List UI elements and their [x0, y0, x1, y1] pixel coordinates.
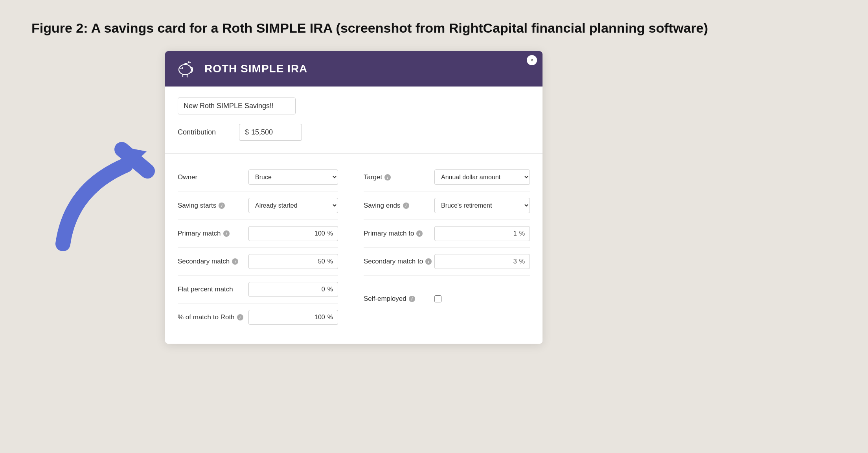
secondary-match-input-wrapper[interactable]: 50 %: [248, 254, 338, 269]
primary-match-input-wrapper[interactable]: 100 %: [248, 226, 338, 241]
secondary-match-to-info-icon[interactable]: i: [425, 258, 432, 265]
pct-match-to-roth-input-wrapper[interactable]: 100 %: [248, 310, 338, 325]
dollar-sign: $: [245, 128, 249, 136]
card-title: ROTH SIMPLE IRA: [204, 63, 307, 75]
card-fields-section: Owner Bruce Saving starts i Already star…: [165, 154, 542, 344]
target-select[interactable]: Annual dollar amount: [434, 169, 530, 185]
saving-starts-label: Saving starts i: [178, 202, 248, 210]
contribution-input-wrapper[interactable]: $: [239, 124, 302, 141]
saving-ends-row: Saving ends i Bruce's retirement: [364, 192, 530, 220]
primary-match-to-control: 1 %: [434, 226, 530, 241]
saving-ends-select[interactable]: Bruce's retirement: [434, 198, 530, 213]
target-label: Target i: [364, 173, 434, 181]
saving-ends-info-icon[interactable]: i: [403, 203, 409, 209]
self-employed-control: [434, 295, 530, 302]
primary-match-label: Primary match i: [178, 230, 248, 238]
account-name-input[interactable]: [178, 98, 296, 114]
flat-percent-match-row: Flat percent match 0 %: [178, 276, 338, 304]
flat-percent-match-input-wrapper[interactable]: 0 %: [248, 282, 338, 297]
secondary-match-label: Secondary match i: [178, 258, 248, 265]
primary-match-info-icon[interactable]: i: [223, 230, 230, 237]
primary-match-control: 100 %: [248, 226, 338, 241]
target-info-icon[interactable]: i: [384, 174, 391, 180]
owner-control: Bruce: [248, 169, 338, 185]
piggy-bank-icon: [176, 59, 197, 79]
secondary-match-to-label: Secondary match to i: [364, 258, 434, 265]
left-column: Owner Bruce Saving starts i Already star…: [178, 163, 354, 331]
secondary-match-to-row: Secondary match to i 3 %: [364, 248, 530, 276]
secondary-match-to-unit: %: [519, 258, 525, 265]
svg-point-2: [179, 64, 191, 75]
saving-ends-control: Bruce's retirement: [434, 198, 530, 213]
saving-ends-label: Saving ends i: [364, 202, 434, 210]
secondary-match-to-control: 3 %: [434, 254, 530, 269]
secondary-match-to-value: 3: [513, 258, 517, 265]
primary-match-to-row: Primary match to i 1 %: [364, 220, 530, 248]
target-row: Target i Annual dollar amount: [364, 163, 530, 192]
flat-percent-match-unit: %: [327, 286, 333, 293]
saving-starts-info-icon[interactable]: i: [219, 203, 225, 209]
saving-starts-select[interactable]: Already started: [248, 198, 338, 213]
primary-match-to-unit: %: [519, 230, 525, 237]
primary-match-to-info-icon[interactable]: i: [416, 230, 423, 237]
pct-match-to-roth-value: 100: [314, 314, 325, 321]
close-button[interactable]: ×: [527, 55, 537, 65]
secondary-match-unit: %: [327, 258, 333, 265]
primary-match-to-input-wrapper[interactable]: 1 %: [434, 226, 530, 241]
contribution-label: Contribution: [178, 128, 233, 136]
self-employed-row: Self-employed i: [364, 289, 530, 309]
pct-match-to-roth-control: 100 %: [248, 310, 338, 325]
pct-match-to-roth-info-icon[interactable]: i: [237, 314, 243, 320]
owner-select[interactable]: Bruce: [248, 169, 338, 185]
card-top-section: Contribution $: [165, 87, 542, 154]
owner-row: Owner Bruce: [178, 163, 338, 192]
pct-match-to-roth-label: % of match to Roth i: [178, 313, 248, 321]
svg-point-3: [182, 67, 183, 69]
contribution-row: Contribution $: [178, 124, 530, 141]
primary-match-to-value: 1: [513, 230, 517, 237]
secondary-match-to-input-wrapper[interactable]: 3 %: [434, 254, 530, 269]
arrow-decoration: [47, 134, 173, 260]
primary-match-to-label: Primary match to i: [364, 230, 434, 238]
target-control: Annual dollar amount: [434, 169, 530, 185]
card-header: ROTH SIMPLE IRA ×: [165, 51, 542, 87]
secondary-match-control: 50 %: [248, 254, 338, 269]
figure-caption: Figure 2: A savings card for a Roth SIMP…: [31, 20, 708, 36]
primary-match-row: Primary match i 100 %: [178, 220, 338, 248]
self-employed-label: Self-employed i: [364, 295, 434, 303]
contribution-input[interactable]: [251, 128, 291, 136]
right-column: Target i Annual dollar amount Saving end…: [354, 163, 530, 331]
flat-percent-match-control: 0 %: [248, 282, 338, 297]
self-employed-checkbox[interactable]: [434, 295, 441, 302]
secondary-match-info-icon[interactable]: i: [232, 258, 238, 265]
flat-percent-match-label: Flat percent match: [178, 285, 248, 293]
self-employed-info-icon[interactable]: i: [409, 296, 415, 302]
flat-percent-match-value: 0: [322, 286, 325, 293]
pct-match-to-roth-unit: %: [327, 314, 333, 321]
primary-match-unit: %: [327, 230, 333, 237]
secondary-match-row: Secondary match i 50 %: [178, 248, 338, 276]
secondary-match-value: 50: [318, 258, 325, 265]
owner-label: Owner: [178, 173, 248, 181]
savings-card: ROTH SIMPLE IRA × Contribution $ Owner: [165, 51, 542, 344]
primary-match-value: 100: [314, 230, 325, 237]
saving-starts-control: Already started: [248, 198, 338, 213]
pct-match-to-roth-row: % of match to Roth i 100 %: [178, 304, 338, 331]
saving-starts-row: Saving starts i Already started: [178, 192, 338, 220]
